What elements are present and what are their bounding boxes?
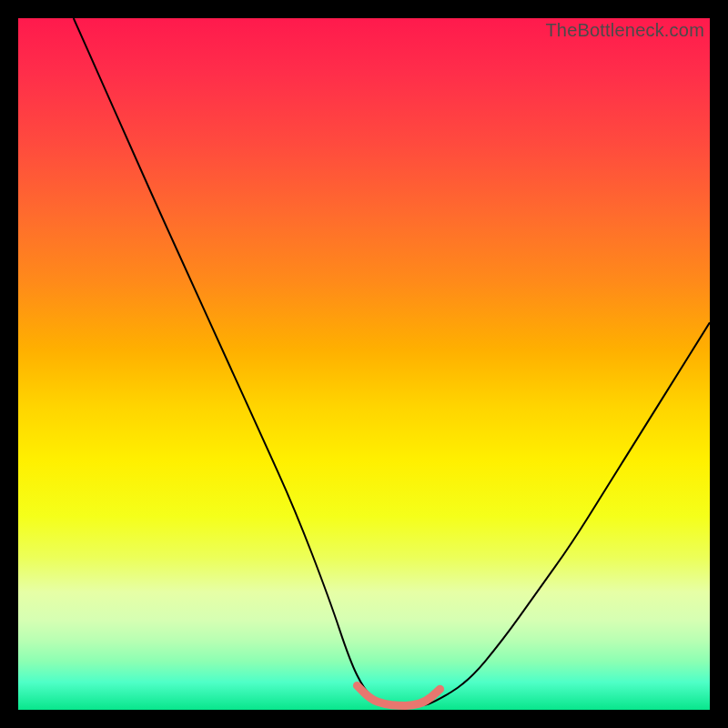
series-bottleneck-curve bbox=[74, 18, 710, 706]
chart-svg bbox=[18, 18, 710, 710]
chart-frame: TheBottleneck.com bbox=[0, 0, 728, 728]
plot-area: TheBottleneck.com bbox=[18, 18, 710, 710]
series-optimal-range-marker bbox=[357, 685, 440, 705]
